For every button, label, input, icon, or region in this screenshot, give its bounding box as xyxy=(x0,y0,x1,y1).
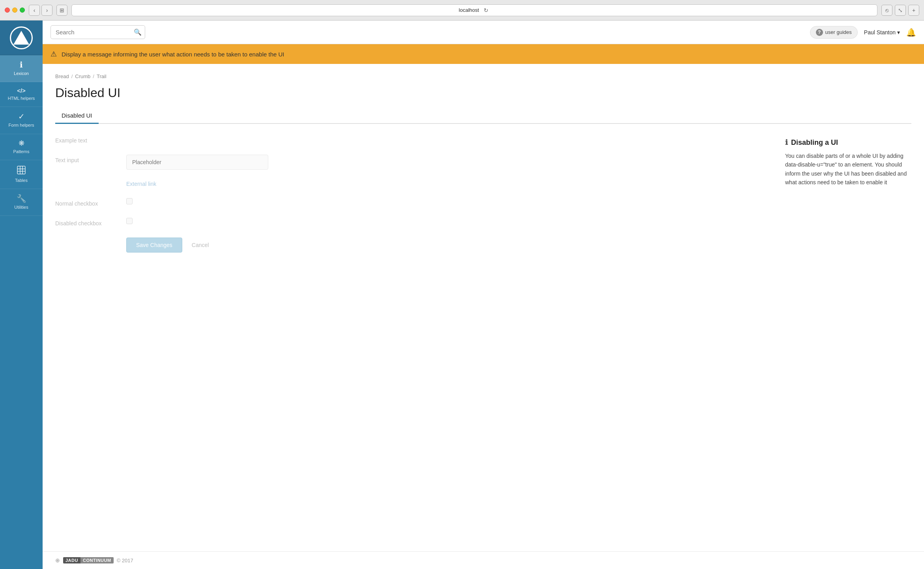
breadcrumb-sep-2: / xyxy=(93,73,94,79)
logo-circle xyxy=(10,26,33,49)
sidebar-label-form-helpers: Form helpers xyxy=(9,123,34,128)
info-box-title: ℹ Disabling a UI xyxy=(785,138,911,147)
sidebar-label-patterns: Patterns xyxy=(13,149,30,154)
page-content: Bread / Crumb / Trail Disabled UI Disabl… xyxy=(43,64,924,551)
sidebar: ℹ Lexicon </> HTML helpers ✓ Form helper… xyxy=(0,21,43,569)
user-guides-icon: ? xyxy=(816,29,823,36)
svg-rect-0 xyxy=(17,166,25,174)
user-name[interactable]: Paul Stanton ▾ xyxy=(864,29,900,36)
content-columns: Example text Text input External link xyxy=(55,135,911,253)
button-row: Save Changes Cancel xyxy=(55,238,769,253)
text-input-row: Text input xyxy=(55,155,769,170)
external-link-label xyxy=(55,181,118,183)
save-changes-button[interactable]: Save Changes xyxy=(126,238,182,253)
external-link-row: External link xyxy=(55,181,769,187)
logo-triangle-icon xyxy=(13,31,29,45)
info-icon: ℹ xyxy=(20,61,23,69)
sidebar-item-lexicon[interactable]: ℹ Lexicon xyxy=(0,55,43,82)
example-text-label: Example text xyxy=(55,135,118,144)
form-column: Example text Text input External link xyxy=(55,135,769,253)
sidebar-label-tables: Tables xyxy=(15,178,28,183)
normal-checkbox-row: Normal checkbox xyxy=(55,198,769,207)
sidebar-logo[interactable] xyxy=(0,21,43,55)
topbar-right: ? user guides Paul Stanton ▾ 🔔 xyxy=(810,26,916,39)
topbar: 🔍 ? user guides Paul Stanton ▾ 🔔 xyxy=(43,21,924,44)
info-box-title-text: Disabling a UI xyxy=(791,139,838,147)
check-icon: ✓ xyxy=(18,112,25,120)
traffic-lights xyxy=(5,7,25,13)
main-area: 🔍 ? user guides Paul Stanton ▾ 🔔 ⚠ Displ… xyxy=(43,21,924,569)
maximize-button[interactable] xyxy=(20,7,25,13)
footer-logo: JADU CONTINUUM xyxy=(63,557,114,563)
footer-copyright: © 2017 xyxy=(117,558,133,563)
sidebar-item-form-helpers[interactable]: ✓ Form helpers xyxy=(0,107,43,134)
breadcrumb-trail[interactable]: Trail xyxy=(97,73,107,79)
sidebar-item-patterns[interactable]: ❋ Patterns xyxy=(0,134,43,160)
wrench-icon: 🔧 xyxy=(17,195,26,202)
code-icon: </> xyxy=(17,88,26,94)
alert-banner: ⚠ Display a message informing the user w… xyxy=(43,44,924,64)
text-input-label: Text input xyxy=(55,155,118,163)
info-column: ℹ Disabling a UI You can disable parts o… xyxy=(785,135,911,253)
table-icon xyxy=(17,166,26,176)
page-title: Disabled UI xyxy=(55,86,911,100)
info-box: ℹ Disabling a UI You can disable parts o… xyxy=(785,135,911,190)
normal-checkbox-label: Normal checkbox xyxy=(55,198,118,207)
sidebar-item-utilities[interactable]: 🔧 Utilities xyxy=(0,189,43,216)
normal-checkbox[interactable] xyxy=(126,198,133,204)
footer-continuum: CONTINUUM xyxy=(80,557,114,563)
cancel-button[interactable]: Cancel xyxy=(189,238,212,252)
sidebar-item-html-helpers[interactable]: </> HTML helpers xyxy=(0,82,43,107)
footer-jadu: JADU xyxy=(63,557,80,563)
browser-chrome: ‹ › ⊞ localhost ↻ ⎋ ⤡ + xyxy=(0,0,924,21)
disabled-checkbox[interactable] xyxy=(126,218,133,224)
user-guides-button[interactable]: ? user guides xyxy=(810,26,858,39)
disabled-checkbox-label: Disabled checkbox xyxy=(55,218,118,226)
search-icon[interactable]: 🔍 xyxy=(134,28,142,36)
address-text: localhost xyxy=(459,7,479,13)
search-box[interactable]: 🔍 xyxy=(51,25,145,39)
patterns-icon: ❋ xyxy=(19,140,24,147)
breadcrumb-sep-1: / xyxy=(71,73,73,79)
breadcrumb-bread[interactable]: Bread xyxy=(55,73,69,79)
alert-message: Display a message informing the user wha… xyxy=(62,51,284,58)
example-text-row: Example text xyxy=(55,135,769,144)
reload-button[interactable]: ↻ xyxy=(482,6,490,14)
text-input-field[interactable] xyxy=(126,155,268,170)
minimize-button[interactable] xyxy=(12,7,17,13)
address-bar[interactable]: localhost ↻ xyxy=(71,4,877,16)
footer-arrow-icon: ⊕ xyxy=(55,557,60,563)
notification-bell-icon[interactable]: 🔔 xyxy=(906,28,916,37)
share-button[interactable]: ⎋ xyxy=(881,5,892,16)
info-circle-icon: ℹ xyxy=(785,138,788,147)
disabled-checkbox-row: Disabled checkbox xyxy=(55,218,769,226)
user-guides-label: user guides xyxy=(825,29,852,35)
sidebar-label-html-helpers: HTML helpers xyxy=(8,96,35,101)
breadcrumb-crumb[interactable]: Crumb xyxy=(75,73,90,79)
sidebar-label-lexicon: Lexicon xyxy=(14,71,29,76)
user-name-text: Paul Stanton xyxy=(864,29,896,36)
browser-right-buttons: ⎋ ⤡ + xyxy=(881,5,919,16)
app-wrapper: ℹ Lexicon </> HTML helpers ✓ Form helper… xyxy=(0,21,924,569)
footer: ⊕ JADU CONTINUUM © 2017 xyxy=(43,551,924,569)
sidebar-item-tables[interactable]: Tables xyxy=(0,160,43,189)
disabled-checkbox-container xyxy=(126,218,133,224)
nav-buttons: ‹ › xyxy=(29,5,52,16)
fullscreen-button[interactable]: ⤡ xyxy=(895,5,906,16)
sidebar-label-utilities: Utilities xyxy=(14,205,28,210)
breadcrumb: Bread / Crumb / Trail xyxy=(55,73,911,79)
warning-icon: ⚠ xyxy=(51,50,57,58)
close-button[interactable] xyxy=(5,7,10,13)
tabs: Disabled UI xyxy=(55,108,911,124)
tab-disabled-ui[interactable]: Disabled UI xyxy=(55,108,99,124)
external-link[interactable]: External link xyxy=(126,181,156,187)
window-button[interactable]: ⊞ xyxy=(56,5,67,16)
normal-checkbox-container xyxy=(126,198,133,204)
back-button[interactable]: ‹ xyxy=(29,5,40,16)
new-tab-button[interactable]: + xyxy=(908,5,919,16)
user-dropdown-icon: ▾ xyxy=(897,29,900,36)
search-input[interactable] xyxy=(56,29,131,36)
info-box-text: You can disable parts of or a whole UI b… xyxy=(785,152,911,187)
forward-button[interactable]: › xyxy=(41,5,52,16)
